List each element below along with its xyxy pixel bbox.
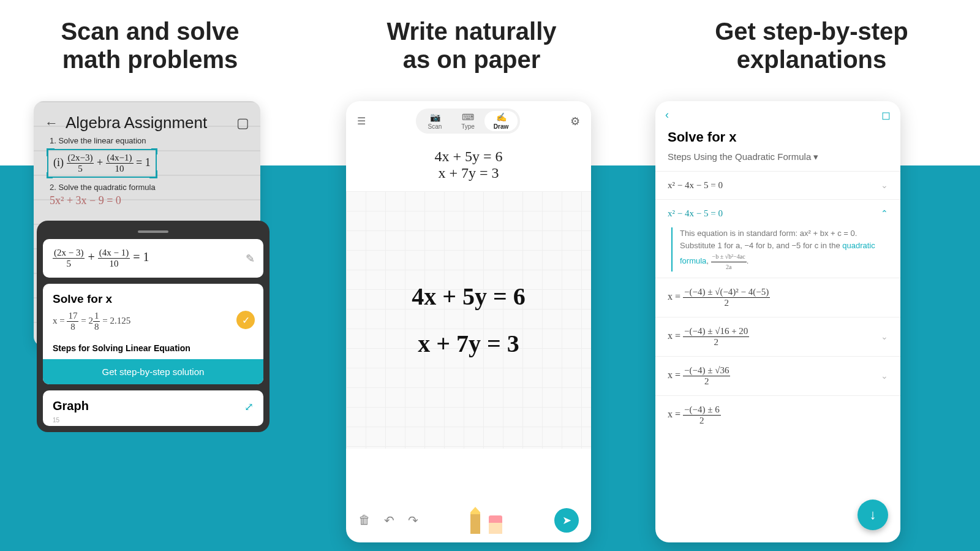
- heading1-line1: Scan and solve: [61, 18, 239, 45]
- expand-icon[interactable]: ⤢: [244, 400, 254, 414]
- back-arrow-icon[interactable]: ←: [45, 115, 58, 131]
- graph-card[interactable]: Graph ⤢ 15: [43, 390, 263, 426]
- equation-2: 5x² + 3x − 9 = 0: [50, 194, 249, 207]
- equation-card[interactable]: (2x − 3)5 + (4x − 1)10 = 1 ✎: [43, 239, 263, 278]
- heading1-line2: math problems: [62, 46, 238, 73]
- solution-card[interactable]: Solve for x x = 178 = 218 = 2.125 ✓ Step…: [43, 284, 263, 384]
- heading3-line2: explanations: [737, 46, 887, 73]
- graph-title: Graph: [53, 399, 254, 413]
- paper-title: Algebra Assignment: [66, 113, 229, 132]
- drag-handle-icon[interactable]: [138, 230, 168, 233]
- heading2-line1: Write naturally: [386, 18, 556, 45]
- heading2-line2: as on paper: [403, 46, 541, 73]
- check-icon: ✓: [236, 311, 255, 329]
- bottom-sheet[interactable]: (2x − 3)5 + (4x − 1)10 = 1 ✎ Solve for x…: [37, 221, 270, 432]
- y-axis-tick: 15: [53, 417, 254, 424]
- solution-title: Solve for x: [53, 292, 254, 306]
- question-2-text: 2. Solve the quadratic formula: [50, 183, 249, 192]
- question-1-text: 1. Solve the linear equation: [50, 136, 249, 145]
- steps-label: Steps for Solving Linear Equation: [53, 343, 254, 353]
- edit-icon[interactable]: ✎: [246, 252, 255, 265]
- bookmark-icon[interactable]: ▢: [236, 115, 249, 131]
- get-solution-button[interactable]: Get step-by-step solution: [43, 359, 263, 384]
- scan-crop-box[interactable]: (i) (2x−3)5 + (4x−1)10 = 1: [47, 149, 157, 178]
- heading3-line1: Get step-by-step: [715, 18, 908, 45]
